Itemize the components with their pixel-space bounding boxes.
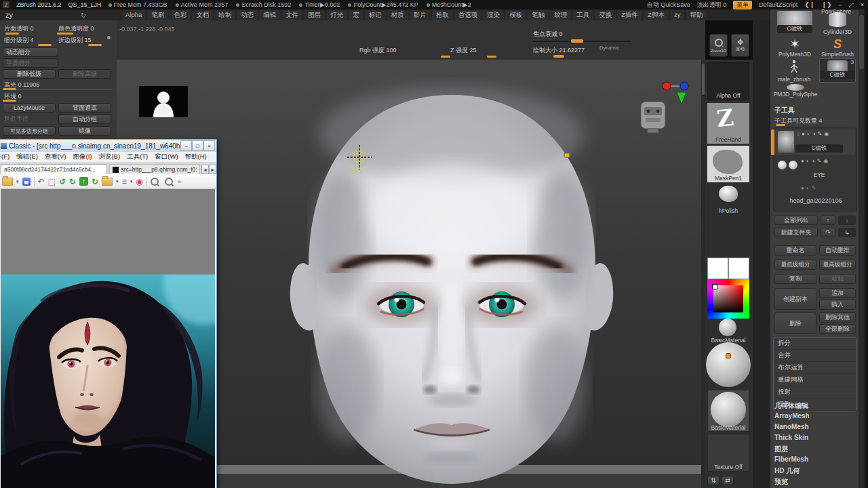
menu-item[interactable]: 标记 [365, 10, 386, 20]
color-picker[interactable] [707, 279, 749, 319]
focal-shift-track[interactable] [533, 41, 631, 42]
pan-colors-icon[interactable]: ⇄ [722, 476, 734, 485]
save-icon[interactable] [22, 178, 31, 186]
minimize-icon[interactable]: – [839, 1, 842, 8]
viewer-menu-item[interactable]: 帮助(H) [182, 152, 210, 161]
menu-item[interactable]: 图层 [304, 10, 325, 20]
undo-icon[interactable]: ↶ [38, 178, 45, 186]
tool-tile-male-zbrush[interactable]: male_zbrush [774, 60, 814, 83]
upload-icon[interactable]: ↑ [79, 177, 88, 186]
secondary-color-swatch[interactable] [728, 258, 749, 279]
del-higher-sdiv-button[interactable]: 最高级细分 [819, 260, 856, 270]
subtool-section-header[interactable]: 拆分 [774, 338, 856, 350]
subtool-item-icons[interactable]: ●◐✎ [801, 185, 818, 191]
palette-header[interactable]: 几何体编辑 [774, 401, 856, 412]
copy-button[interactable]: 复制 [774, 274, 816, 284]
menu-item[interactable]: 变换 [595, 10, 616, 20]
menu-item[interactable]: 纹理 [550, 10, 571, 20]
reload-icon[interactable]: ↻ [20, 12, 120, 19]
material-thumbnail-small[interactable] [719, 319, 736, 336]
viewer-close-button[interactable]: × [203, 140, 215, 151]
subtool-list-all-button[interactable]: 全部列出 [774, 216, 818, 225]
refresh-icon[interactable]: ↻ [92, 178, 98, 186]
backface-mask-button[interactable]: 背面遮罩 [58, 103, 111, 113]
favorite-icon[interactable]: ◉ [136, 178, 142, 186]
toolbar-overflow-icon[interactable]: » [178, 178, 181, 185]
material-preview-sphere[interactable] [706, 342, 751, 387]
stroke-thumbnail[interactable]: Z FreeHand [707, 103, 749, 144]
palette-header[interactable]: 预览 [774, 477, 856, 488]
subtool-redo-button[interactable]: ↷ [821, 228, 835, 237]
viewer-tab-2[interactable]: src=http___p8.qhimg.com_t017d... [109, 164, 200, 174]
menu-item[interactable]: Alpha [121, 10, 146, 20]
menu-item[interactable]: Z插件 [617, 10, 642, 20]
zoom3d-button[interactable]: Zoom3D [709, 34, 728, 57]
tool-tile-pm3d-polysphere[interactable]: PM3D_PolySphe [773, 84, 818, 102]
main-color-swatch[interactable] [707, 258, 728, 279]
viewer-minimize-button[interactable]: – [180, 140, 192, 151]
tool-tile-cylinder3d[interactable]: Cylinder3D [819, 12, 856, 38]
delete-button[interactable]: 删除 [774, 312, 816, 334]
texture-thumbnail[interactable]: Texture Off [707, 434, 749, 472]
del-higher-button[interactable]: 删除高级 [58, 69, 111, 79]
viewer-menu-item[interactable]: 浏览(B) [95, 152, 123, 161]
subtool-up-button[interactable]: ↑ [821, 216, 835, 225]
rgb-intensity-slider[interactable]: Rgb 强度 100 [359, 46, 397, 55]
palette-header[interactable]: HD 几何 [774, 466, 856, 477]
menu-item[interactable]: Z脚本 [644, 10, 669, 20]
viewer-maximize-button[interactable]: □ [192, 140, 203, 151]
brush-thumbnail[interactable]: hPolish [712, 184, 745, 214]
group-visible-button[interactable]: 可见多边形分组 [3, 126, 56, 136]
palette-header[interactable]: Thick Skin [774, 434, 856, 445]
draw-size-slider[interactable]: 绘制大小 21.62277 [533, 46, 585, 55]
tab-scroll-left-icon[interactable]: ◂ [201, 165, 209, 174]
viewer-menu-item[interactable]: 文件(F) [0, 152, 13, 161]
menu-item[interactable]: 影片 [410, 10, 431, 20]
swap-colors-icon[interactable]: ⇅ [707, 476, 719, 485]
menu-item[interactable]: 拾取 [432, 10, 453, 20]
menu-item[interactable]: 工具 [572, 10, 593, 20]
smooth-subdiv-button[interactable]: 平滑细分 [3, 58, 58, 68]
menu-item[interactable]: 模板 [505, 10, 526, 20]
viewer-menu-item[interactable]: 窗口(W) [151, 152, 181, 161]
viewer-tab-active[interactable]: a500f08cd24174422c71od4c6cb4... [1, 164, 107, 174]
delete-all-button[interactable]: 全部删除 [819, 324, 856, 334]
tool-tile-simplebrush[interactable]: S SimpleBrush [818, 38, 857, 60]
menu-item[interactable]: 材质 [387, 10, 408, 20]
subtool-section-header[interactable]: 合并 [774, 350, 856, 362]
subtool-down-button[interactable]: ↓ [838, 216, 856, 225]
del-lower-button[interactable]: 删除低级 [3, 69, 56, 79]
menu-toggle-button[interactable]: 菜单 [733, 1, 752, 9]
viewer-menu-item[interactable]: 查看(V) [41, 152, 70, 161]
tool-tile-cmagnet-selected[interactable]: 3 C磁铁 [819, 58, 856, 83]
viewer-menu-item[interactable]: 编辑(E) [13, 152, 41, 161]
subtool-item-icons[interactable]: ●◐◑✎◉ [801, 158, 830, 164]
paste-button[interactable]: 粘贴 [819, 274, 856, 284]
menu-item[interactable]: 灯光 [326, 10, 347, 20]
fade-opacity-slider[interactable]: 淡出透明 0 [697, 1, 727, 9]
move-to-folder-icon[interactable] [102, 178, 113, 186]
subtool-section-header[interactable]: 布尔运算 [774, 362, 856, 374]
menu-item[interactable]: 渲染 [483, 10, 504, 20]
menu-item[interactable]: 动态 [237, 10, 258, 20]
del-lower-sdiv-button[interactable]: 最低级细分 [774, 260, 816, 270]
crop-icon[interactable]: ⬚ [48, 178, 56, 186]
subtool-header[interactable]: 子工具 [774, 106, 795, 115]
rename-button[interactable]: 重命名 [774, 245, 816, 256]
viewer-titlebar[interactable]: Classic - [src http___n.sinaimg.cn_sinac… [0, 140, 216, 152]
left-tray-toggle-icon[interactable]: ❮❙ [804, 1, 814, 8]
auto-reorder-button[interactable]: 自动重排 [819, 245, 856, 256]
menu-item[interactable]: zy [670, 10, 685, 20]
subtool-new-folder-button[interactable]: 新建文件夹 [774, 228, 818, 237]
duplicate-button[interactable]: 创建副本 [774, 288, 816, 310]
mirror-button[interactable]: 镜像 [58, 126, 111, 136]
open-folder-icon[interactable] [2, 178, 13, 186]
palette-header[interactable]: NanoMesh [774, 423, 856, 434]
viewer-menu-item[interactable]: 工具(T) [123, 152, 151, 161]
menu-item[interactable]: 笔触 [528, 10, 549, 20]
insert-button[interactable]: 插入 [819, 300, 856, 310]
append-button[interactable]: 追加 [819, 288, 856, 298]
z-intensity-slider[interactable]: Z 强度 25 [450, 46, 477, 55]
tool-tile-cmagnet[interactable]: C磁铁 [777, 11, 812, 37]
image-viewer-window[interactable]: Classic - [src http___n.sinaimg.cn_sinac… [0, 139, 217, 488]
